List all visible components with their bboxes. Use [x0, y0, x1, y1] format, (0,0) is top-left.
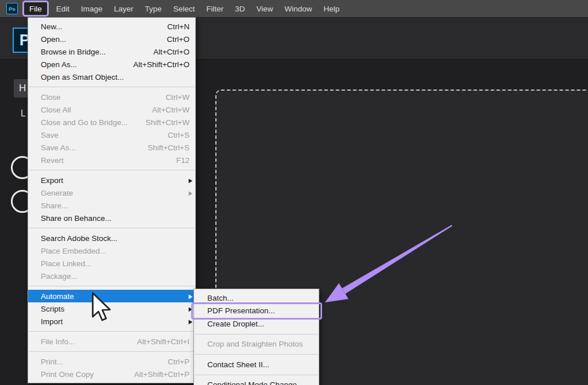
- menubar-item-filter[interactable]: Filter: [200, 0, 229, 17]
- menu-item-shortcut: Ctrl+S: [168, 131, 189, 139]
- menu-item-label: Print...: [41, 357, 157, 366]
- automate-submenu: Batch...PDF Presentation...Create Drople…: [194, 289, 319, 385]
- menu-item-label: Contact Sheet II...: [207, 360, 313, 369]
- menu-separator: [29, 286, 195, 286]
- submenu-arrow-icon: ▶: [188, 305, 192, 312]
- menu-item-shortcut: Alt+Shift+Ctrl+I: [137, 337, 189, 346]
- menu-item-place-embedded[interactable]: Place Embedded...: [28, 244, 195, 257]
- menu-item-package[interactable]: Package...: [28, 270, 195, 282]
- menu-item-shortcut: Ctrl+W: [165, 93, 189, 102]
- menu-item-search-adobe-stock[interactable]: Search Adobe Stock...: [28, 232, 195, 244]
- menu-separator: [29, 331, 195, 332]
- menu-item-shortcut: Ctrl+N: [167, 22, 189, 31]
- menu-item-print-one-copy[interactable]: Print One CopyAlt+Shift+Ctrl+P: [28, 368, 195, 380]
- menubar-item-3d[interactable]: 3D: [229, 0, 250, 17]
- menu-item-label: Open as Smart Object...: [41, 73, 189, 81]
- menu-item-shortcut: Alt+Shift+Ctrl+P: [134, 370, 189, 379]
- menu-separator: [195, 375, 318, 375]
- menu-item-new[interactable]: New...Ctrl+N: [28, 20, 195, 33]
- menubar-item-file[interactable]: File: [22, 1, 49, 17]
- menubar: Ps FileEditImageLayerTypeSelectFilter3DV…: [0, 0, 588, 18]
- menu-item-label: Place Embedded...: [41, 247, 189, 255]
- menu-item-label: Open As...: [41, 60, 123, 69]
- menubar-item-edit[interactable]: Edit: [51, 0, 75, 17]
- menu-item-label: Share...: [41, 201, 189, 210]
- menu-separator: [195, 354, 318, 355]
- menubar-item-image[interactable]: Image: [75, 0, 109, 17]
- menu-item-close-and-go-to-bridge[interactable]: Close and Go to Bridge...Shift+Ctrl+W: [28, 116, 195, 129]
- menu-item-label: Automate: [41, 292, 189, 301]
- menu-item-label: Search Adobe Stock...: [41, 234, 189, 243]
- menu-item-label: Place Linked...: [41, 259, 189, 268]
- menu-item-label: Export: [41, 176, 189, 185]
- menu-item-label: Crop and Straighten Photos: [207, 340, 313, 348]
- menubar-item-help[interactable]: Help: [318, 0, 345, 17]
- submenu-item-crop-and-straighten-photos[interactable]: Crop and Straighten Photos: [194, 338, 319, 351]
- menubar-item-type[interactable]: Type: [139, 0, 167, 17]
- menu-item-label: Import: [41, 317, 189, 326]
- menu-separator: [29, 351, 195, 352]
- menubar-item-select[interactable]: Select: [168, 0, 201, 17]
- menu-item-shortcut: Alt+Ctrl+O: [153, 48, 189, 56]
- menu-item-label: New...: [41, 22, 157, 31]
- menu-item-label: Create Droplet...: [207, 320, 313, 328]
- menu-item-label: Browse in Bridge...: [41, 48, 143, 56]
- menubar-item-window[interactable]: Window: [278, 0, 318, 17]
- menu-item-shortcut: Shift+Ctrl+S: [148, 143, 189, 152]
- menu-item-open-as[interactable]: Open As...Alt+Shift+Ctrl+O: [28, 58, 195, 71]
- sidebar-item-learn[interactable]: L: [21, 108, 26, 119]
- menu-item-label: Share on Behance...: [41, 214, 189, 223]
- menu-item-label: Save: [41, 131, 157, 139]
- menu-item-label: Conditional Mode Change...: [207, 380, 313, 385]
- menubar-item-layer[interactable]: Layer: [109, 0, 140, 17]
- menu-item-place-linked[interactable]: Place Linked...: [28, 257, 195, 270]
- menu-item-label: PDF Presentation...: [207, 306, 313, 315]
- menu-item-shortcut: Ctrl+P: [168, 357, 189, 366]
- menu-item-revert[interactable]: RevertF12: [28, 154, 195, 166]
- menu-item-label: File Info...: [41, 337, 127, 346]
- menu-item-shortcut: F12: [176, 156, 189, 165]
- menu-item-export[interactable]: Export▶: [28, 174, 195, 186]
- sidebar-item-home[interactable]: H: [14, 79, 29, 98]
- menu-item-label: Open...: [41, 35, 157, 44]
- menubar-item-view[interactable]: View: [250, 0, 278, 17]
- menu-item-label: Package...: [41, 272, 189, 281]
- menu-item-file-info[interactable]: File Info...Alt+Shift+Ctrl+I: [28, 335, 195, 348]
- menu-item-label: Save As...: [41, 143, 137, 152]
- menu-item-shortcut: Ctrl+O: [167, 35, 189, 44]
- submenu-arrow-icon: ▶: [188, 293, 192, 300]
- submenu-item-batch[interactable]: Batch...: [194, 291, 319, 305]
- menu-separator: [29, 87, 195, 87]
- menu-item-share-on-behance[interactable]: Share on Behance...: [28, 212, 195, 224]
- submenu-arrow-icon: ▶: [188, 189, 192, 196]
- submenu-item-contact-sheet-ii[interactable]: Contact Sheet II...: [194, 358, 319, 371]
- menu-item-close-all[interactable]: Close AllAlt+Ctrl+W: [28, 103, 195, 116]
- menu-separator: [29, 228, 195, 228]
- submenu-item-create-droplet[interactable]: Create Droplet...: [194, 317, 319, 330]
- menu-item-browse-in-bridge[interactable]: Browse in Bridge...Alt+Ctrl+O: [28, 45, 195, 58]
- menu-item-shortcut: Alt+Shift+Ctrl+O: [133, 60, 189, 69]
- menu-item-save-as[interactable]: Save As...Shift+Ctrl+S: [28, 141, 195, 154]
- menu-item-label: Close and Go to Bridge...: [41, 118, 135, 127]
- menu-item-close[interactable]: CloseCtrl+W: [28, 91, 195, 103]
- menu-item-open-as-smart-object[interactable]: Open as Smart Object...: [28, 71, 195, 83]
- menu-item-label: Revert: [41, 156, 166, 165]
- menu-item-shortcut: Shift+Ctrl+W: [145, 118, 189, 127]
- menu-separator: [29, 170, 195, 170]
- menu-item-generate[interactable]: Generate▶: [28, 186, 195, 199]
- menu-item-import[interactable]: Import▶: [28, 315, 195, 328]
- menu-item-label: Scripts: [41, 305, 189, 313]
- menu-item-label: Batch...: [207, 294, 313, 302]
- menu-item-share[interactable]: Share...: [28, 199, 195, 212]
- menu-separator: [195, 334, 318, 335]
- file-menu-dropdown: New...Ctrl+NOpen...Ctrl+OBrowse in Bridg…: [28, 17, 196, 383]
- menu-item-open[interactable]: Open...Ctrl+O: [28, 33, 195, 45]
- menu-item-print[interactable]: Print...Ctrl+P: [28, 355, 195, 368]
- submenu-arrow-icon: ▶: [188, 318, 192, 325]
- menu-item-label: Generate: [41, 189, 189, 197]
- menu-item-scripts[interactable]: Scripts▶: [28, 302, 195, 315]
- menu-item-save[interactable]: SaveCtrl+S: [28, 129, 195, 141]
- menu-item-automate[interactable]: Automate▶: [28, 290, 195, 302]
- submenu-item-pdf-presentation[interactable]: PDF Presentation...: [194, 305, 319, 318]
- submenu-item-conditional-mode-change[interactable]: Conditional Mode Change...: [194, 379, 319, 385]
